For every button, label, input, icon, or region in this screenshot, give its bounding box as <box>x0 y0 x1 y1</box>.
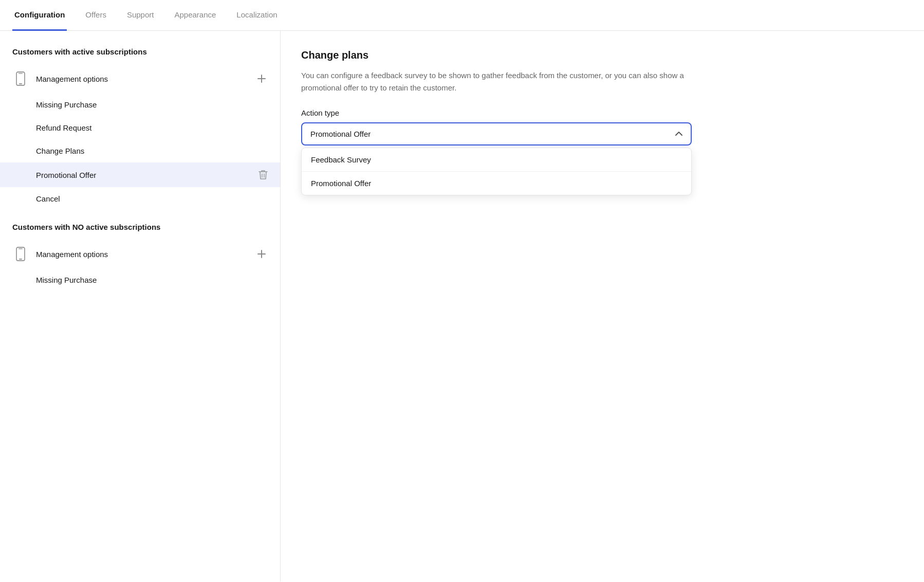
management-options-active: Management options <box>0 64 280 93</box>
main-layout: Customers with active subscriptions Mana… <box>0 31 924 581</box>
sidebar-item-missing-purchase-2[interactable]: Missing Purchase <box>0 268 280 292</box>
sidebar-item-refund-request[interactable]: Refund Request <box>0 116 280 139</box>
tab-localization[interactable]: Localization <box>234 0 279 31</box>
main-content: Change plans You can configure a feedbac… <box>281 31 924 581</box>
section-active-title: Customers with active subscriptions <box>0 47 280 64</box>
chevron-up-icon <box>675 130 682 138</box>
tab-appearance[interactable]: Appearance <box>172 0 218 31</box>
tab-configuration[interactable]: Configuration <box>12 0 67 31</box>
tab-support[interactable]: Support <box>125 0 156 31</box>
sidebar-item-cancel[interactable]: Cancel <box>0 187 280 210</box>
delete-promotional-offer-icon[interactable] <box>258 170 268 180</box>
management-options-label-active: Management options <box>36 75 248 83</box>
svg-rect-2 <box>19 73 23 74</box>
svg-rect-8 <box>19 259 22 260</box>
add-inactive-option-button[interactable] <box>255 248 268 260</box>
add-active-option-button[interactable] <box>255 72 268 85</box>
dropdown-option-feedback-survey[interactable]: Feedback Survey <box>302 148 691 171</box>
content-title: Change plans <box>301 49 903 61</box>
dropdown-selected-value: Promotional Offer <box>310 130 371 138</box>
sidebar-item-promotional-offer[interactable]: Promotional Offer <box>0 162 280 187</box>
sidebar: Customers with active subscriptions Mana… <box>0 31 281 581</box>
dropdown-option-promotional-offer[interactable]: Promotional Offer <box>302 171 691 195</box>
action-type-dropdown[interactable]: Promotional Offer <box>301 122 692 146</box>
content-description: You can configure a feedback survey to b… <box>301 69 692 94</box>
svg-rect-1 <box>19 83 22 84</box>
top-navigation: Configuration Offers Support Appearance … <box>0 0 924 31</box>
action-type-label: Action type <box>301 108 903 117</box>
dropdown-menu: Feedback Survey Promotional Offer <box>301 148 692 195</box>
tab-offers[interactable]: Offers <box>83 0 108 31</box>
sidebar-item-change-plans[interactable]: Change Plans <box>0 139 280 162</box>
svg-rect-9 <box>19 248 23 249</box>
management-options-label-inactive: Management options <box>36 250 248 259</box>
management-options-inactive: Management options <box>0 240 280 268</box>
phone-icon-2 <box>12 246 29 262</box>
section-no-active-title: Customers with NO active subscriptions <box>0 223 280 240</box>
sidebar-item-missing-purchase[interactable]: Missing Purchase <box>0 93 280 116</box>
action-type-dropdown-container: Promotional Offer Feedback Survey Promot… <box>301 122 692 146</box>
phone-icon <box>12 70 29 87</box>
